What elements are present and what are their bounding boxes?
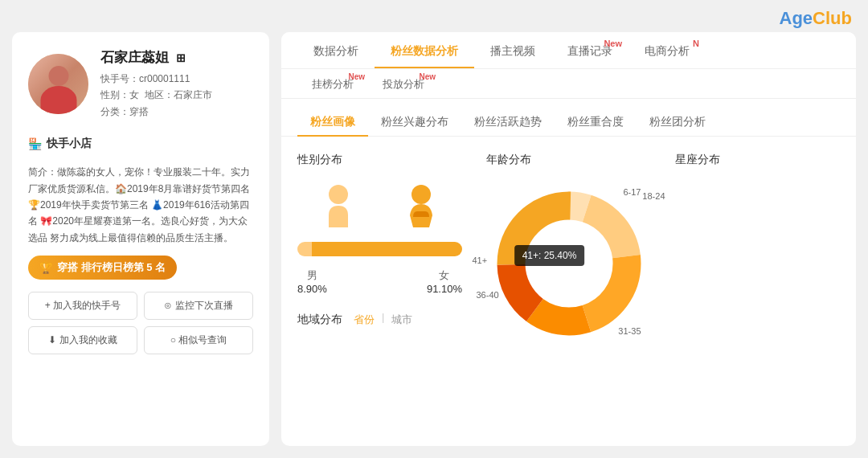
avatar [28, 54, 88, 114]
logo-club: Club [813, 8, 852, 28]
app-container: AgeClub 石家庄蕊姐 ⊞ 快手号：cr00001111 [0, 0, 868, 458]
fan-tab-group[interactable]: 粉丝团分析 [637, 108, 719, 136]
profile-header: 石家庄蕊姐 ⊞ 快手号：cr00001111 性别：女 地区：石家庄市 分类：穿… [28, 48, 253, 120]
age-title: 年龄分布 [486, 153, 651, 167]
right-panel: 数据分析 粉丝数据分析 播主视频 直播记录 New 电商分析 N 挂榜分析 Ne… [281, 32, 856, 446]
age-label-41plus: 41+ [473, 256, 488, 265]
ecommerce-new-badge: N [693, 39, 699, 48]
male-icon-container [322, 183, 354, 230]
female-value: 91.10% [427, 283, 462, 295]
gender-section: 性别分布 [297, 153, 462, 430]
rank-badge: 🏆 穿搭 排行榜日榜第 5 名 [28, 256, 177, 280]
svg-point-0 [329, 185, 348, 204]
name-text: 石家庄蕊姐 [100, 48, 169, 67]
rank-new-badge: New [348, 72, 365, 81]
male-label: 男 [297, 268, 327, 283]
male-bar [297, 242, 312, 256]
fan-tab-overlap[interactable]: 粉丝重合度 [555, 108, 637, 136]
svg-point-1 [411, 185, 431, 204]
fan-tabs: 粉丝画像 粉丝兴趣分布 粉丝活跃趋势 粉丝重合度 粉丝团分析 [281, 99, 856, 137]
female-bar [312, 242, 462, 256]
male-value: 8.90% [297, 283, 327, 295]
gender-labels: 男 8.90% 女 91.10% [297, 268, 462, 295]
nav-host-video[interactable]: 播主视频 [474, 32, 551, 68]
shop-icon: 🏪 [28, 137, 42, 150]
profile-gender-region: 性别：女 地区：石家庄市 [100, 87, 253, 103]
female-stat: 女 91.10% [427, 268, 462, 295]
region-tab-city[interactable]: 城市 [388, 311, 416, 329]
top-nav: 数据分析 粉丝数据分析 播主视频 直播记录 New 电商分析 N [281, 32, 856, 69]
fan-tab-active[interactable]: 粉丝活跃趋势 [461, 108, 555, 136]
rank-icon: 🏆 [39, 262, 52, 274]
avatar-image [28, 54, 88, 114]
qr-icon[interactable]: ⊞ [174, 51, 188, 65]
region-divider: | [382, 311, 384, 329]
donut-inner [527, 222, 611, 305]
profile-info: 石家庄蕊姐 ⊞ 快手号：cr00001111 性别：女 地区：石家庄市 分类：穿… [100, 48, 253, 120]
rank-text: 穿搭 排行榜日榜第 5 名 [57, 260, 166, 275]
placement-new-badge: New [419, 72, 436, 81]
nav-data-analysis[interactable]: 数据分析 [297, 32, 375, 68]
age-label-31-35: 31-35 [618, 326, 641, 336]
action-buttons: + 加入我的快手号 ⊙ 监控下次直播 ⬇ 加入我的收藏 ○ 相似号查询 [28, 292, 253, 354]
gender-title: 性别分布 [297, 153, 462, 167]
female-label: 女 [427, 268, 462, 283]
constellation-title: 星座分布 [675, 153, 840, 167]
region-tabs: 省份 | 城市 [350, 311, 416, 329]
age-section: 年龄分布 [486, 153, 651, 430]
add-kuaishou-button[interactable]: + 加入我的快手号 [28, 292, 137, 320]
content-area: 性别分布 [281, 137, 856, 446]
top-bar: AgeClub [780, 8, 852, 29]
profile-category: 分类：穿搭 [100, 104, 253, 120]
nav-ecommerce[interactable]: 电商分析 N [628, 32, 706, 68]
age-label-18-24: 18-24 [642, 191, 665, 201]
similar-query-button[interactable]: ○ 相似号查询 [144, 326, 253, 354]
fan-tab-interest[interactable]: 粉丝兴趣分布 [368, 108, 461, 136]
live-record-new-badge: New [604, 39, 622, 48]
gender-icons [297, 183, 462, 230]
nav-live-record[interactable]: 直播记录 New [551, 32, 628, 68]
male-stat: 男 8.90% [297, 268, 327, 295]
shop-section: 🏪 快手小店 [28, 132, 253, 156]
constellation-section: 星座分布 [675, 153, 840, 430]
main-layout: 石家庄蕊姐 ⊞ 快手号：cr00001111 性别：女 地区：石家庄市 分类：穿… [0, 0, 868, 458]
female-icon-container [405, 183, 437, 230]
nav-fan-analysis[interactable]: 粉丝数据分析 [375, 32, 474, 68]
age-label-36-40: 36-40 [477, 290, 499, 300]
monitor-live-button[interactable]: ⊙ 监控下次直播 [144, 292, 253, 320]
age-label-6-17: 6-17 [623, 187, 641, 197]
gender-bar [297, 242, 462, 256]
logo: AgeClub [780, 8, 852, 28]
subnav-placement[interactable]: 投放分析 New [368, 69, 439, 98]
region-title: 地域分布 省份 | 城市 [297, 311, 462, 329]
sub-nav: 挂榜分析 New 投放分析 New [281, 69, 856, 99]
shop-label: 快手小店 [47, 137, 92, 151]
donut-chart-svg [489, 183, 649, 344]
bio-text: 简介：做陈蕊的女人，宠你！专业服装二十年。实力厂家优质货源私信。🏠2019年8月… [28, 164, 253, 246]
subnav-rank[interactable]: 挂榜分析 New [297, 69, 368, 98]
region-tab-province[interactable]: 省份 [350, 311, 378, 329]
male-person-icon [322, 183, 354, 227]
donut-container: 41+: 25.40% 6-17 18-24 36-40 31-35 41+ [489, 183, 649, 344]
female-person-icon [405, 183, 437, 227]
add-favorite-button[interactable]: ⬇ 加入我的收藏 [28, 326, 137, 354]
profile-id: 快手号：cr00001111 [100, 71, 253, 87]
profile-name: 石家庄蕊姐 ⊞ [100, 48, 253, 67]
left-panel: 石家庄蕊姐 ⊞ 快手号：cr00001111 性别：女 地区：石家庄市 分类：穿… [12, 32, 269, 446]
logo-age: Age [780, 8, 813, 28]
fan-tab-portrait[interactable]: 粉丝画像 [297, 108, 368, 136]
